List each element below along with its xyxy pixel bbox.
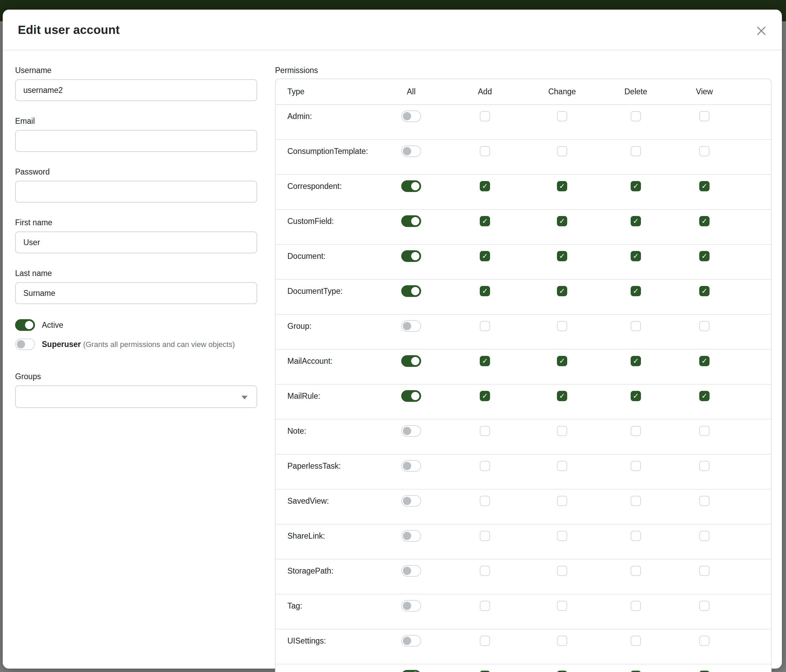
permission-delete-checkbox[interactable] xyxy=(630,356,641,366)
permission-change-checkbox[interactable] xyxy=(557,181,567,191)
permission-delete-checkbox[interactable] xyxy=(630,181,641,191)
last-name-field[interactable] xyxy=(15,282,257,304)
permission-view-checkbox[interactable] xyxy=(699,391,709,401)
permission-view-checkbox[interactable] xyxy=(699,670,709,672)
permission-add-checkbox[interactable] xyxy=(480,670,490,672)
email-field[interactable] xyxy=(15,130,257,152)
permission-all-toggle[interactable] xyxy=(401,600,421,612)
permission-view-checkbox[interactable] xyxy=(699,636,709,646)
permission-add-checkbox[interactable] xyxy=(480,286,490,296)
permission-view-checkbox[interactable] xyxy=(699,356,709,366)
permission-change-checkbox[interactable] xyxy=(557,356,567,366)
permission-all-toggle[interactable] xyxy=(401,425,421,437)
permission-add-checkbox[interactable] xyxy=(480,566,490,576)
permission-view-checkbox[interactable] xyxy=(699,566,709,576)
permission-add-checkbox[interactable] xyxy=(480,146,490,156)
permission-change-checkbox[interactable] xyxy=(557,216,567,226)
permission-delete-checkbox[interactable] xyxy=(630,496,641,506)
permission-type-label: SavedView: xyxy=(276,495,329,507)
permission-all-toggle[interactable] xyxy=(401,495,421,507)
permission-delete-checkbox[interactable] xyxy=(630,391,641,401)
permission-delete-checkbox[interactable] xyxy=(630,426,641,436)
permission-change-checkbox[interactable] xyxy=(557,426,567,436)
permission-all-toggle[interactable] xyxy=(401,320,421,332)
permission-change-checkbox[interactable] xyxy=(557,566,567,576)
permission-add-checkbox[interactable] xyxy=(480,531,490,541)
permission-view-checkbox[interactable] xyxy=(699,601,709,611)
permission-change-checkbox[interactable] xyxy=(557,601,567,611)
permission-add-checkbox[interactable] xyxy=(480,251,490,261)
permission-add-checkbox[interactable] xyxy=(480,216,490,226)
permission-change-checkbox[interactable] xyxy=(557,496,567,506)
permission-change-checkbox[interactable] xyxy=(557,391,567,401)
permission-view-checkbox[interactable] xyxy=(699,321,709,331)
active-toggle[interactable] xyxy=(15,319,35,331)
permission-all-toggle[interactable] xyxy=(401,285,421,297)
permission-change-checkbox[interactable] xyxy=(557,670,567,672)
permission-delete-checkbox[interactable] xyxy=(630,670,641,672)
password-field[interactable] xyxy=(15,181,257,203)
permission-all-toggle[interactable] xyxy=(401,110,421,122)
permission-add-checkbox[interactable] xyxy=(480,461,490,471)
toggle-knob xyxy=(411,287,420,295)
permission-all-toggle[interactable] xyxy=(401,565,421,577)
permission-add-checkbox[interactable] xyxy=(480,391,490,401)
permission-view-checkbox[interactable] xyxy=(699,146,709,156)
permission-row: Tag: xyxy=(276,595,771,630)
permission-all-toggle[interactable] xyxy=(401,530,421,542)
permission-change-checkbox[interactable] xyxy=(557,111,567,121)
permission-add-checkbox[interactable] xyxy=(480,601,490,611)
permission-delete-checkbox[interactable] xyxy=(630,531,641,541)
permission-delete-checkbox[interactable] xyxy=(630,566,641,576)
permission-delete-checkbox[interactable] xyxy=(630,251,641,261)
permission-change-checkbox[interactable] xyxy=(557,286,567,296)
permission-view-checkbox[interactable] xyxy=(699,531,709,541)
permission-delete-checkbox[interactable] xyxy=(630,146,641,156)
permission-view-checkbox[interactable] xyxy=(699,496,709,506)
groups-select[interactable] xyxy=(15,385,257,408)
permission-add-checkbox[interactable] xyxy=(480,321,490,331)
username-group: Username xyxy=(15,66,257,101)
first-name-field[interactable] xyxy=(15,231,257,253)
permission-all-toggle[interactable] xyxy=(401,145,421,157)
permission-all-toggle[interactable] xyxy=(401,460,421,472)
permission-all-toggle[interactable] xyxy=(401,670,421,672)
permission-all-toggle[interactable] xyxy=(401,390,421,402)
permission-delete-checkbox[interactable] xyxy=(630,286,641,296)
permission-delete-checkbox[interactable] xyxy=(630,601,641,611)
permission-add-checkbox[interactable] xyxy=(480,181,490,191)
permission-view-checkbox[interactable] xyxy=(699,461,709,471)
permission-view-checkbox[interactable] xyxy=(699,286,709,296)
permission-change-checkbox[interactable] xyxy=(557,251,567,261)
permission-delete-checkbox[interactable] xyxy=(630,321,641,331)
permission-all-toggle[interactable] xyxy=(401,250,421,262)
toggle-knob xyxy=(403,322,411,330)
permission-add-checkbox[interactable] xyxy=(480,496,490,506)
permission-view-checkbox[interactable] xyxy=(699,216,709,226)
permission-change-checkbox[interactable] xyxy=(557,461,567,471)
permission-delete-checkbox[interactable] xyxy=(630,216,641,226)
permission-change-checkbox[interactable] xyxy=(557,531,567,541)
permission-all-toggle[interactable] xyxy=(401,215,421,227)
permission-add-checkbox[interactable] xyxy=(480,356,490,366)
permission-all-toggle[interactable] xyxy=(401,355,421,367)
permission-delete-checkbox[interactable] xyxy=(630,636,641,646)
permission-view-checkbox[interactable] xyxy=(699,181,709,191)
permission-delete-checkbox[interactable] xyxy=(630,461,641,471)
permission-view-checkbox[interactable] xyxy=(699,251,709,261)
permission-all-toggle[interactable] xyxy=(401,181,421,192)
permission-view-checkbox[interactable] xyxy=(699,426,709,436)
permission-add-checkbox[interactable] xyxy=(480,426,490,436)
superuser-toggle[interactable] xyxy=(15,338,35,350)
permission-add-checkbox[interactable] xyxy=(480,636,490,646)
username-input[interactable] xyxy=(15,79,257,101)
permission-change-checkbox[interactable] xyxy=(557,636,567,646)
permission-all-toggle[interactable] xyxy=(401,635,421,647)
permission-add-checkbox[interactable] xyxy=(480,111,490,121)
permission-change-checkbox[interactable] xyxy=(557,321,567,331)
close-button[interactable] xyxy=(755,24,768,38)
permission-change-checkbox[interactable] xyxy=(557,146,567,156)
permission-delete-checkbox[interactable] xyxy=(630,111,641,121)
toggle-knob xyxy=(403,147,411,155)
permission-view-checkbox[interactable] xyxy=(699,111,709,121)
